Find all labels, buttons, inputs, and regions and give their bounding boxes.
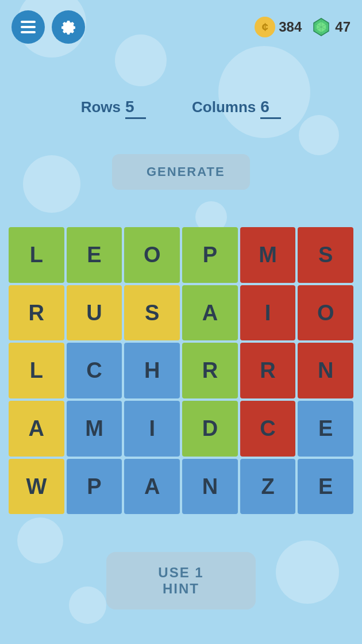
- table-row[interactable]: C: [67, 343, 122, 398]
- table-row[interactable]: P: [67, 459, 122, 515]
- header-left-buttons: [11, 10, 85, 44]
- menu-icon: [21, 21, 36, 33]
- coin-icon: ¢: [255, 17, 275, 37]
- table-row[interactable]: N: [182, 459, 238, 515]
- grid-controls: Rows 5 Columns 6: [0, 98, 362, 119]
- rows-control: Rows 5: [81, 98, 146, 119]
- gem-value: 47: [335, 19, 351, 35]
- table-row[interactable]: U: [67, 285, 122, 341]
- table-row[interactable]: L: [9, 227, 64, 283]
- table-row[interactable]: O: [298, 285, 353, 341]
- table-row[interactable]: H: [124, 343, 180, 398]
- table-row[interactable]: L: [9, 343, 64, 398]
- table-row[interactable]: W: [9, 459, 64, 515]
- table-row[interactable]: R: [182, 343, 238, 398]
- table-row[interactable]: A: [182, 285, 238, 341]
- table-row[interactable]: C: [240, 401, 296, 457]
- gem-icon: [311, 17, 332, 37]
- table-row[interactable]: N: [298, 343, 353, 398]
- table-row[interactable]: I: [240, 285, 296, 341]
- table-row[interactable]: I: [124, 401, 180, 457]
- svg-rect-1: [21, 26, 36, 28]
- gear-icon: [60, 19, 76, 35]
- table-row[interactable]: E: [298, 401, 353, 457]
- table-row[interactable]: Z: [240, 459, 296, 515]
- rows-label: Rows: [81, 98, 121, 116]
- columns-label: Columns: [192, 98, 256, 116]
- table-row[interactable]: A: [9, 401, 64, 457]
- columns-control: Columns 6: [192, 98, 281, 119]
- rows-value: 5: [125, 98, 146, 119]
- gem-counter: 47: [311, 17, 351, 37]
- letter-grid: LEOPMSRUSAIOLCHRRNAMIDCEWPANZE: [9, 227, 353, 514]
- grid: LEOPMSRUSAIOLCHRRNAMIDCEWPANZE: [9, 227, 353, 514]
- columns-value: 6: [260, 98, 281, 119]
- table-row[interactable]: M: [67, 401, 122, 457]
- table-row[interactable]: S: [124, 285, 180, 341]
- table-row[interactable]: R: [240, 343, 296, 398]
- header: ¢ 384 47: [0, 10, 362, 44]
- menu-button[interactable]: [11, 10, 45, 44]
- table-row[interactable]: S: [298, 227, 353, 283]
- table-row[interactable]: E: [298, 459, 353, 515]
- svg-rect-2: [21, 31, 36, 33]
- table-row[interactable]: E: [67, 227, 122, 283]
- table-row[interactable]: P: [182, 227, 238, 283]
- table-row[interactable]: D: [182, 401, 238, 457]
- svg-rect-0: [21, 21, 36, 23]
- use-hint-button[interactable]: USE 1 HINT: [106, 552, 256, 610]
- table-row[interactable]: R: [9, 285, 64, 341]
- table-row[interactable]: A: [124, 459, 180, 515]
- table-row[interactable]: M: [240, 227, 296, 283]
- generate-button[interactable]: GENERATE: [112, 154, 250, 190]
- settings-button[interactable]: [52, 10, 85, 44]
- coin-counter: ¢ 384: [255, 17, 302, 37]
- header-right-info: ¢ 384 47: [255, 17, 351, 37]
- coin-value: 384: [279, 19, 302, 35]
- table-row[interactable]: O: [124, 227, 180, 283]
